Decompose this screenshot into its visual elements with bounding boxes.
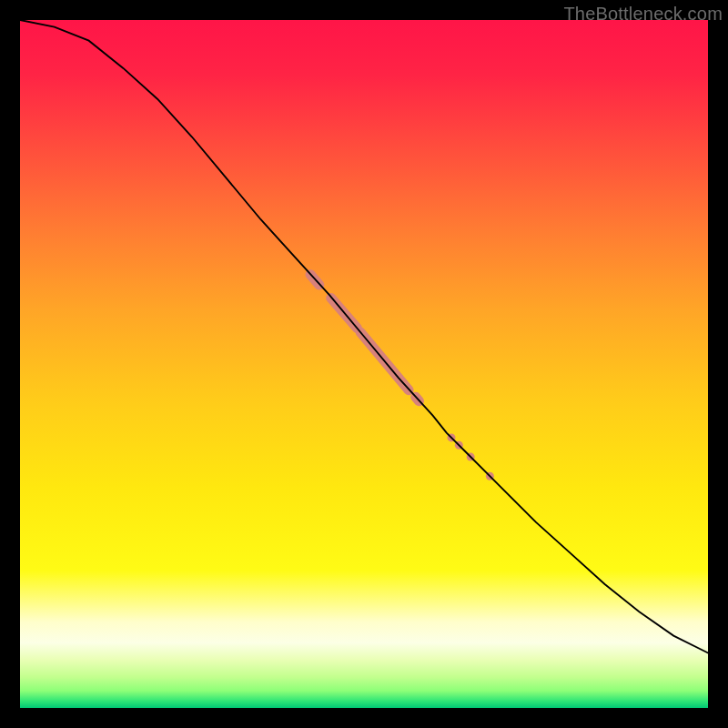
- watermark-text: TheBottleneck.com: [563, 4, 723, 25]
- chart-plot-area: [20, 20, 708, 708]
- chart-stage: TheBottleneck.com: [0, 0, 728, 728]
- chart-overlay: [20, 20, 708, 708]
- data-curve: [20, 20, 708, 653]
